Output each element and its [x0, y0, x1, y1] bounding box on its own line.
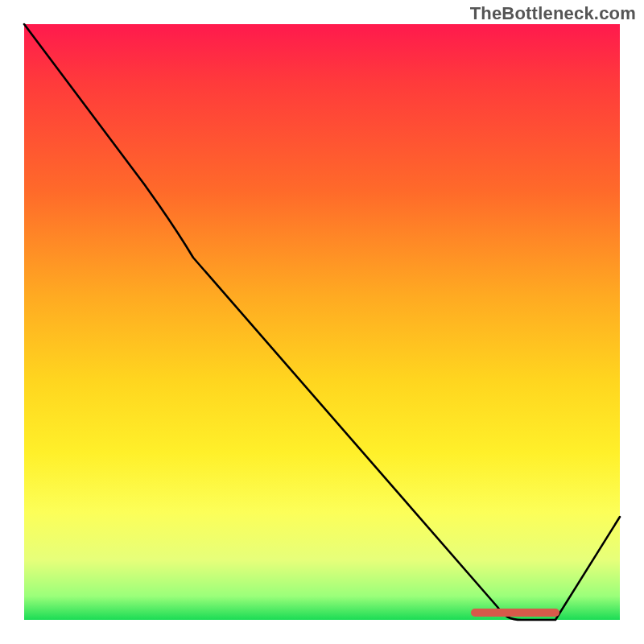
- chart-container: TheBottleneck.com: [0, 0, 644, 644]
- plot-area: [24, 24, 620, 620]
- curve-svg: [24, 24, 620, 620]
- optimal-range-marker: [471, 609, 559, 617]
- bottleneck-curve: [24, 24, 620, 620]
- watermark-text: TheBottleneck.com: [470, 3, 636, 24]
